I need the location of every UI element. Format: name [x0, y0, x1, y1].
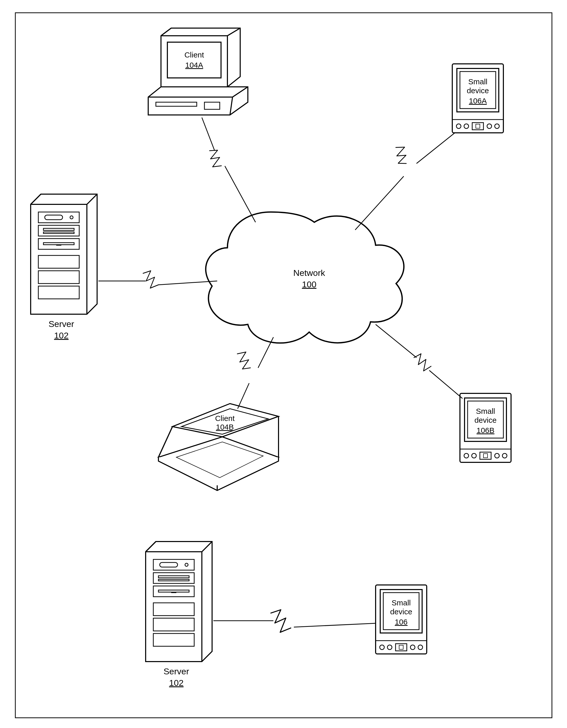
server-node: Server 102 — [31, 194, 97, 340]
small-a-l1: Small — [468, 77, 487, 86]
client-b-title: Client — [215, 414, 235, 422]
server-title: Server — [49, 319, 74, 329]
client-b-node: Client 104B — [158, 404, 278, 490]
svg-line-31 — [376, 324, 417, 358]
network-id: 100 — [302, 279, 317, 289]
small-b-l1: Small — [476, 407, 495, 415]
client-a-id: 104A — [185, 61, 203, 69]
small2-l2: device — [390, 607, 413, 616]
svg-line-33 — [258, 337, 273, 368]
svg-line-27 — [202, 118, 215, 151]
network-title: Network — [293, 268, 326, 278]
link-server — [98, 271, 217, 288]
network-cloud: Network 100 — [206, 212, 404, 343]
link-small-a — [355, 133, 455, 230]
small-a-id: 106A — [469, 97, 487, 105]
client-a-title: Client — [184, 51, 204, 59]
small-a-l2: device — [467, 86, 489, 95]
small2-l1: Small — [392, 598, 411, 607]
figure-canvas: Network 100 Server 102 Client 104A — [0, 0, 567, 728]
svg-line-36 — [294, 623, 376, 627]
figure-2: Server 102 Small device 106 — [146, 542, 427, 688]
svg-line-28 — [225, 166, 255, 222]
figure-1: Network 100 Server 102 Client 104A — [31, 28, 511, 490]
server2-node: Server 102 — [146, 542, 212, 688]
svg-line-34 — [237, 383, 249, 409]
client-b-id: 104B — [216, 423, 234, 431]
server2-title: Server — [163, 666, 189, 676]
server-id: 102 — [54, 331, 69, 340]
small-b-l2: device — [475, 416, 497, 424]
link-server2-small2 — [213, 610, 376, 632]
svg-line-32 — [429, 370, 463, 398]
link-client-b — [235, 337, 273, 409]
small-device-b-node: Small device 106B — [460, 393, 511, 462]
client-a-node: Client 104A — [148, 28, 248, 115]
link-client-a — [202, 118, 255, 222]
small-b-id: 106B — [477, 426, 494, 435]
small2-id: 106 — [395, 618, 408, 626]
server2-id: 102 — [169, 678, 184, 688]
svg-line-29 — [417, 133, 455, 163]
svg-line-26 — [158, 281, 217, 285]
small-device-a-node: Small device 106A — [452, 64, 503, 133]
svg-line-30 — [355, 176, 404, 230]
small-device-2-node: Small device 106 — [376, 585, 427, 654]
link-small-b — [376, 324, 463, 398]
